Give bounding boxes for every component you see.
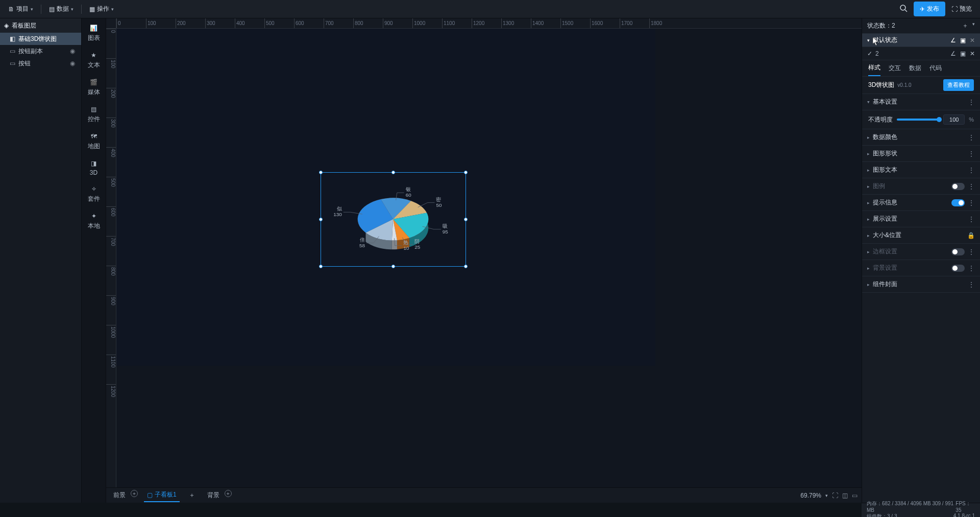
fit-icon[interactable]: ⛶ [832, 492, 838, 499]
tab-style[interactable]: 样式 [868, 60, 880, 76]
more-icon[interactable]: ⋮ [968, 98, 975, 106]
more-icon[interactable]: ⋮ [968, 264, 975, 272]
section-legend[interactable]: ▸图例 ⋮ [862, 178, 980, 195]
preview-button[interactable]: ⛶ 预览 [947, 3, 976, 15]
resize-handle[interactable] [464, 265, 468, 268]
section-tooltip[interactable]: ▸提示信息 ⋮ [862, 195, 980, 211]
tutorial-button[interactable]: 查看教程 [943, 79, 974, 91]
search-icon [899, 4, 908, 12]
section-text[interactable]: ▸图形文本 ⋮ [862, 162, 980, 178]
edit-icon[interactable]: ∠ [950, 50, 956, 57]
palette-map[interactable]: 🗺地图 [84, 130, 104, 153]
palette-kit[interactable]: ✧套件 [84, 182, 104, 205]
tab-code[interactable]: 代码 [929, 61, 942, 76]
more-icon[interactable]: ⋮ [968, 166, 975, 174]
visibility-icon[interactable]: ◉ [70, 48, 77, 55]
resize-handle[interactable] [464, 218, 468, 221]
more-icon[interactable]: ⋮ [968, 133, 975, 142]
opacity-slider[interactable] [897, 119, 939, 121]
section-border[interactable]: ▸边框设置 ⋮ [862, 244, 980, 260]
state-row-default[interactable]: ▾ 默认状态 ∠ ▣ ✕ [862, 34, 980, 47]
more-icon[interactable]: ⋮ [968, 280, 975, 289]
map-icon: 🗺 [89, 132, 99, 141]
more-icon[interactable]: ⋮ [968, 215, 975, 223]
palette-label: 文本 [88, 61, 100, 69]
tab-interaction[interactable]: 交互 [889, 61, 901, 76]
palette-media[interactable]: 🎬媒体 [84, 76, 104, 99]
state-row-2[interactable]: ✓ 2 ∠ ▣ ✕ [862, 47, 980, 60]
menu-actions[interactable]: ▦ 操作 ▾ [85, 3, 118, 15]
zoom-percentage[interactable]: 69.79% [800, 492, 821, 499]
close-icon[interactable]: ✕ [970, 50, 975, 57]
chevron-right-icon: ▸ [867, 151, 870, 156]
background-toggle[interactable] [951, 265, 965, 272]
resize-handle[interactable] [319, 171, 323, 174]
chevron-right-icon: ▸ [866, 101, 871, 103]
publish-button[interactable]: ✈ 发布 [914, 2, 945, 16]
tab-scene[interactable]: 前景 [110, 489, 129, 502]
resize-handle[interactable] [391, 171, 395, 174]
palette-label: 本地 [88, 222, 100, 230]
palette-text[interactable]: ★文本 [84, 49, 104, 72]
svg-text:热: 热 [403, 240, 408, 245]
tab-background[interactable]: 背景 [204, 489, 223, 502]
section-basic-body: 不透明度 % [862, 110, 980, 129]
edit-icon[interactable]: ∠ [950, 37, 956, 44]
chevron-down-icon[interactable]: ▾ [825, 493, 828, 498]
svg-text:倍: 倍 [360, 237, 365, 243]
section-basic[interactable]: ▸基本设置 ⋮ [862, 94, 980, 110]
resize-handle[interactable] [319, 218, 323, 221]
menu-data[interactable]: ▤ 数据 ▾ [45, 3, 78, 15]
more-icon[interactable]: ⋮ [968, 182, 975, 191]
add-state-button[interactable]: ＋ [962, 21, 968, 30]
layer-item-pie-chart[interactable]: ◧ 基础3D饼状图 [0, 33, 81, 45]
copy-icon[interactable]: ▣ [960, 50, 966, 57]
section-cover[interactable]: ▸组件封面 ⋮ [862, 276, 980, 293]
menu-project[interactable]: 🗎 项目 ▾ [4, 3, 37, 15]
visibility-icon[interactable]: ◉ [70, 60, 77, 67]
palette-control[interactable]: ▤控件 [84, 103, 104, 126]
resize-handle[interactable] [464, 171, 468, 174]
close-icon[interactable]: ✕ [970, 37, 975, 44]
canvas-stage[interactable]: 银60密50吸95阴25热10倍58似130 [116, 29, 862, 487]
add-bg-button[interactable]: + [225, 490, 232, 497]
tooltip-toggle[interactable] [951, 199, 965, 206]
selection-box[interactable]: 银60密50吸95阴25热10倍58似130 [321, 172, 466, 267]
palette-local[interactable]: ✦本地 [84, 209, 104, 232]
component-name: 3D饼状图 [868, 81, 894, 89]
palette-3d[interactable]: ◨3D [84, 157, 104, 178]
section-background[interactable]: ▸背景设置 ⋮ [862, 260, 980, 276]
more-icon[interactable]: ⋮ [968, 199, 975, 207]
tab-child-board[interactable]: ▢子看板1 [144, 488, 180, 502]
menu-project-label: 项目 [16, 5, 29, 13]
copy-icon[interactable]: ▣ [960, 37, 966, 44]
lock-icon[interactable]: 🔒 [967, 232, 975, 239]
section-label: 提示信息 [873, 198, 897, 207]
layer-item-button-copy[interactable]: ▭ 按钮副本 ◉ [0, 45, 81, 57]
layer-item-button[interactable]: ▭ 按钮 ◉ [0, 57, 81, 69]
check-icon: ✓ [867, 50, 872, 57]
tab-data[interactable]: 数据 [909, 61, 921, 76]
add-scene-button[interactable]: + [131, 490, 138, 497]
center-icon[interactable]: ◫ [842, 492, 848, 499]
more-icon[interactable]: ⋮ [968, 150, 975, 158]
section-shape[interactable]: ▸图形形状 ⋮ [862, 146, 980, 162]
legend-toggle[interactable] [951, 183, 965, 190]
tab-add[interactable]: ＋ [186, 489, 198, 502]
menu-actions-label: 操作 [97, 5, 109, 13]
svg-text:58: 58 [359, 243, 365, 248]
search-button[interactable] [895, 2, 912, 16]
opacity-input[interactable] [943, 114, 965, 125]
chevron-down-icon[interactable]: ▾ [972, 21, 975, 30]
more-icon[interactable]: ⋮ [968, 248, 975, 256]
section-data-color[interactable]: ▸数据颜色 ⋮ [862, 129, 980, 146]
section-size-pos[interactable]: ▸大小&位置 🔒 [862, 227, 980, 244]
palette-chart[interactable]: 📊图表 [84, 21, 104, 44]
resize-handle[interactable] [319, 265, 323, 268]
canvas-area[interactable]: 0100200300400500600700800900100011001200… [106, 18, 862, 503]
slider-thumb[interactable] [937, 117, 942, 122]
resize-handle[interactable] [391, 265, 395, 268]
rect-icon[interactable]: ▭ [852, 492, 857, 499]
border-toggle[interactable] [951, 248, 965, 255]
section-display[interactable]: ▸展示设置 ⋮ [862, 211, 980, 227]
